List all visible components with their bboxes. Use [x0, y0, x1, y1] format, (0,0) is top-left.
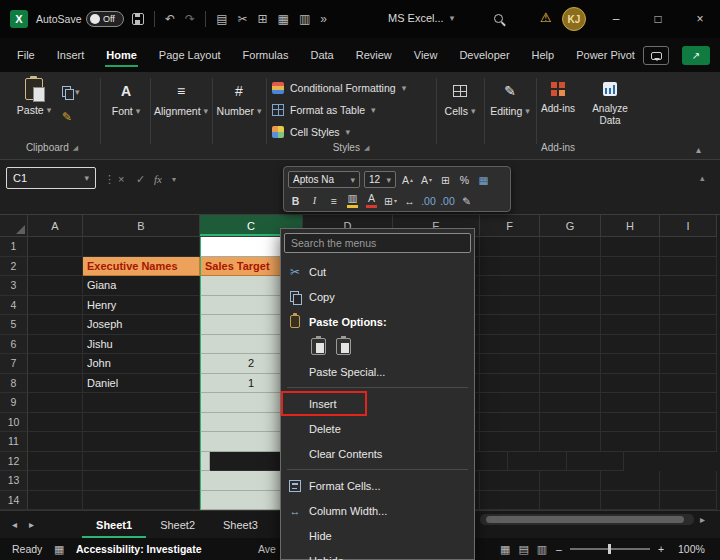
tab-review[interactable]: Review [345, 38, 403, 72]
borders-button[interactable]: ⊞▾ [383, 192, 398, 209]
cell[interactable] [200, 452, 210, 472]
fill-color-button[interactable]: ▥ [345, 192, 360, 209]
zoom-slider[interactable] [570, 538, 650, 560]
cell[interactable] [28, 354, 83, 374]
alignment-group-button[interactable]: ≡ Alignment▾ [152, 82, 210, 117]
row-header[interactable]: 12 [0, 452, 28, 472]
enter-icon[interactable]: ✓ [136, 173, 145, 186]
name-box[interactable]: C1 ▾ [6, 167, 96, 189]
cell-B6[interactable]: Jishu [83, 335, 200, 355]
row-header[interactable]: 7 [0, 354, 28, 374]
dots-icon[interactable]: ⋮ [104, 173, 115, 186]
cell[interactable] [540, 413, 601, 433]
cell[interactable] [28, 413, 83, 433]
cell[interactable] [601, 432, 660, 452]
cell[interactable] [601, 315, 660, 335]
cell[interactable] [601, 296, 660, 316]
minimize-button[interactable]: – [596, 0, 636, 38]
format-painter-button[interactable]: ✎ [62, 110, 72, 124]
close-button[interactable]: × [680, 0, 720, 38]
cell[interactable] [480, 296, 540, 316]
cell[interactable] [28, 335, 83, 355]
cell[interactable] [540, 276, 601, 296]
comments-button[interactable] [643, 46, 669, 65]
table-tool-icon[interactable]: ▦ [278, 13, 289, 25]
paste-values-icon[interactable] [336, 338, 351, 355]
cell[interactable] [28, 452, 83, 472]
row-header[interactable]: 3 [0, 276, 28, 296]
tab-developer[interactable]: Developer [448, 38, 520, 72]
cell[interactable] [540, 335, 601, 355]
cell[interactable] [480, 432, 540, 452]
menu-item-unhide[interactable]: Unhide [281, 548, 474, 560]
cell-B3[interactable]: Giana [83, 276, 200, 296]
cell[interactable] [660, 393, 717, 413]
cell[interactable] [660, 335, 717, 355]
cancel-icon[interactable]: × [118, 173, 124, 185]
cell[interactable] [601, 335, 660, 355]
cell[interactable] [540, 315, 601, 335]
cell[interactable] [28, 374, 83, 394]
chevron-down-icon[interactable]: ▾ [84, 173, 89, 183]
tab-view[interactable]: View [403, 38, 449, 72]
prev-sheet-icon[interactable]: ◂ [12, 519, 17, 530]
paste-keep-formatting-icon[interactable] [311, 338, 326, 355]
tab-insert[interactable]: Insert [46, 38, 96, 72]
cell[interactable] [83, 393, 200, 413]
increase-decimal-button[interactable]: .00 [421, 192, 436, 209]
column-header-G[interactable]: G [540, 215, 601, 237]
menu-item-column-width[interactable]: ↔ Column Width... [281, 498, 474, 523]
font-color-button[interactable]: A [364, 192, 379, 209]
menu-item-clear-contents[interactable]: Clear Contents [281, 441, 474, 466]
chevron-down-icon[interactable]: ▾ [450, 13, 455, 23]
cell[interactable] [28, 491, 83, 511]
cell[interactable] [660, 257, 717, 277]
row-header[interactable]: 4 [0, 296, 28, 316]
cell[interactable] [28, 276, 83, 296]
cell[interactable] [601, 237, 660, 257]
cell[interactable] [480, 237, 540, 257]
column-header-I[interactable]: I [660, 215, 717, 237]
dialog-launcher-icon[interactable]: ◢ [73, 144, 78, 152]
row-header[interactable]: 5 [0, 315, 28, 335]
accessibility-status[interactable]: Accessibility: Investigate [76, 538, 201, 560]
tab-sheet1[interactable]: Sheet1 [82, 511, 146, 538]
cell[interactable] [480, 491, 540, 511]
maximize-button[interactable]: □ [638, 0, 678, 38]
page-break-view-icon[interactable]: ▥ [537, 543, 547, 556]
cell[interactable] [540, 374, 601, 394]
cells-group-button[interactable]: Cells▾ [438, 82, 482, 117]
menu-item-paste-special[interactable]: Paste Special... [281, 359, 474, 384]
cell[interactable] [540, 237, 601, 257]
cell[interactable] [480, 354, 540, 374]
search-icon[interactable] [494, 14, 503, 23]
menu-item-delete[interactable]: Delete [281, 416, 474, 441]
menu-search-input[interactable] [284, 233, 471, 253]
warning-icon[interactable]: ⚠ [540, 10, 552, 25]
cell[interactable] [480, 374, 540, 394]
cell[interactable] [601, 354, 660, 374]
cell[interactable] [540, 432, 601, 452]
column-header-H[interactable]: H [601, 215, 660, 237]
cell[interactable] [540, 471, 601, 491]
zoom-level[interactable]: 100% [678, 538, 705, 560]
percent-style-button[interactable]: % [457, 171, 472, 188]
menu-item-hide[interactable]: Hide [281, 523, 474, 548]
tab-sheet3[interactable]: Sheet3 [209, 511, 272, 538]
cell[interactable] [28, 315, 83, 335]
cell[interactable] [480, 413, 540, 433]
cell[interactable] [480, 335, 540, 355]
cell[interactable] [28, 257, 83, 277]
cell-B2-executive-names[interactable]: Executive Names [83, 257, 200, 277]
cell[interactable] [83, 471, 200, 491]
cell[interactable] [660, 315, 717, 335]
cell[interactable] [601, 471, 660, 491]
cell[interactable] [601, 276, 660, 296]
font-group-button[interactable]: A Font▾ [104, 82, 148, 117]
tab-help[interactable]: Help [521, 38, 566, 72]
font-name-select[interactable]: Aptos Na ▾ [288, 171, 360, 188]
more-commands-icon[interactable]: » [320, 13, 327, 25]
conditional-formatting-button[interactable]: Conditional Formatting ▾ [272, 78, 406, 98]
cell[interactable] [480, 276, 540, 296]
cell[interactable] [480, 471, 540, 491]
